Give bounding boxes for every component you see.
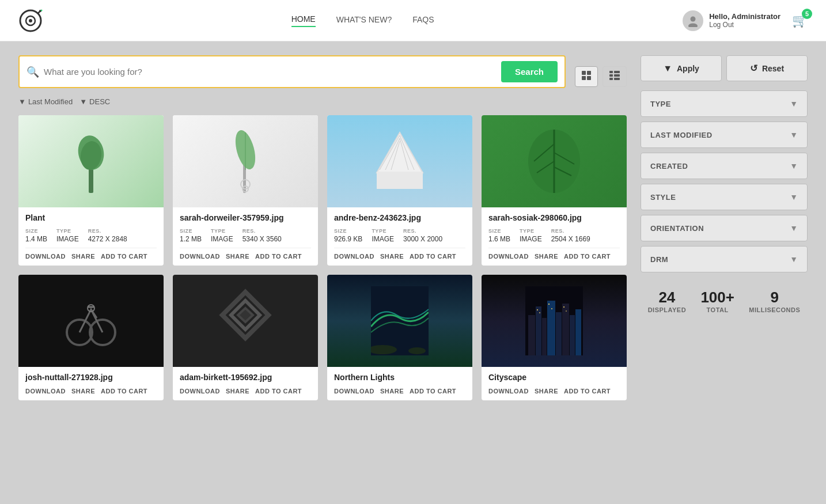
apply-label: Apply xyxy=(677,64,699,73)
download-link[interactable]: DOWNLOAD xyxy=(334,253,374,260)
res-value: 3000 X 2000 xyxy=(403,235,442,243)
add-to-cart-link[interactable]: ADD TO CART xyxy=(564,253,611,260)
asset-info: josh-nuttall-271928.jpg DOWNLOAD SHARE A… xyxy=(18,367,164,400)
filter-top: ▼ Apply ↺ Reset xyxy=(641,55,808,81)
asset-card[interactable]: Cityscape DOWNLOAD SHARE ADD TO CART xyxy=(482,275,627,400)
reset-label: Reset xyxy=(762,64,784,73)
svg-point-48 xyxy=(408,347,426,354)
asset-info: Cityscape DOWNLOAD SHARE ADD TO CART xyxy=(482,367,627,400)
svg-rect-8 xyxy=(582,71,586,75)
filter-style[interactable]: STYLE ▼ xyxy=(641,184,808,210)
asset-thumbnail xyxy=(327,275,472,367)
meta-type: TYPE IMAGE xyxy=(520,228,542,243)
add-to-cart-link[interactable]: ADD TO CART xyxy=(410,388,456,395)
share-link[interactable]: SHARE xyxy=(380,253,404,260)
asset-card[interactable]: sarah-dorweiler-357959.jpg SIZE 1.2 MB T… xyxy=(173,115,318,266)
size-value: 926.9 KB xyxy=(334,235,362,243)
nav-item-whats-new[interactable]: WHAT'S NEW? xyxy=(336,15,392,26)
meta-size: SIZE 926.9 KB xyxy=(334,228,362,243)
download-link[interactable]: DOWNLOAD xyxy=(180,388,220,395)
nav-item-faqs[interactable]: FAQS xyxy=(412,15,434,26)
add-to-cart-link[interactable]: ADD TO CART xyxy=(101,253,147,260)
svg-rect-50 xyxy=(528,315,535,355)
cart-button[interactable]: 🛒 5 xyxy=(792,13,808,28)
user-info: Hello, Administrator Log Out xyxy=(683,10,780,31)
sort-field[interactable]: ▼ Last Modified xyxy=(18,97,73,106)
logo-icon xyxy=(18,9,43,33)
sort-order[interactable]: ▼ DESC xyxy=(79,97,110,106)
asset-card[interactable]: josh-nuttall-271928.jpg DOWNLOAD SHARE A… xyxy=(18,275,164,400)
filter-orientation[interactable]: ORIENTATION ▼ xyxy=(641,215,808,241)
search-button[interactable]: Search xyxy=(501,61,558,82)
add-to-cart-link[interactable]: ADD TO CART xyxy=(255,388,302,395)
asset-card[interactable]: sarah-sosiak-298060.jpg SIZE 1.6 MB TYPE… xyxy=(482,115,627,266)
filter-sidebar: ▼ Apply ↺ Reset TYPE ▼ LAST MODIFIED ▼ C… xyxy=(641,55,808,400)
asset-thumbnail xyxy=(18,275,164,367)
type-label: TYPE xyxy=(211,228,233,234)
asset-name: andre-benz-243623.jpg xyxy=(334,213,465,222)
add-to-cart-link[interactable]: ADD TO CART xyxy=(101,388,147,395)
size-label: SIZE xyxy=(180,228,202,234)
filter-type[interactable]: TYPE ▼ xyxy=(641,90,808,117)
download-link[interactable]: DOWNLOAD xyxy=(488,253,529,260)
download-link[interactable]: DOWNLOAD xyxy=(334,388,374,395)
res-value: 5340 X 3560 xyxy=(243,235,282,243)
main-nav: HOME WHAT'S NEW? FAQS xyxy=(291,14,434,27)
add-to-cart-link[interactable]: ADD TO CART xyxy=(255,253,302,260)
list-view-button[interactable] xyxy=(603,66,627,87)
asset-actions: DOWNLOAD SHARE ADD TO CART xyxy=(180,248,311,260)
asset-card[interactable]: adam-birkett-195692.jpg DOWNLOAD SHARE A… xyxy=(173,275,318,400)
asset-actions: DOWNLOAD SHARE ADD TO CART xyxy=(488,388,620,395)
svg-marker-45 xyxy=(238,308,253,322)
res-label: RES. xyxy=(403,228,442,234)
share-link[interactable]: SHARE xyxy=(71,253,95,260)
filter-created[interactable]: CREATED ▼ xyxy=(641,153,808,179)
share-link[interactable]: SHARE xyxy=(226,253,249,260)
type-value: IMAGE xyxy=(372,235,394,243)
search-icon: 🔍 xyxy=(26,66,39,78)
search-row: 🔍 Search xyxy=(18,55,627,97)
apply-button[interactable]: ▼ Apply xyxy=(641,55,722,81)
sort-arrow-order: ▼ xyxy=(79,97,87,106)
filter-icon: ▼ xyxy=(663,63,672,74)
svg-point-6 xyxy=(691,16,696,21)
size-value: 1.2 MB xyxy=(180,235,202,243)
filter-last-modified[interactable]: LAST MODIFIED ▼ xyxy=(641,122,808,148)
share-link[interactable]: SHARE xyxy=(226,388,249,395)
asset-card[interactable]: Plant SIZE 1.4 MB TYPE IMAGE RES. 4272 X xyxy=(18,115,164,266)
share-link[interactable]: SHARE xyxy=(71,388,95,395)
add-to-cart-link[interactable]: ADD TO CART xyxy=(410,253,456,260)
filter-drm-chevron: ▼ xyxy=(790,255,798,264)
svg-rect-14 xyxy=(609,74,613,77)
share-link[interactable]: SHARE xyxy=(380,388,404,395)
logout-link[interactable]: Log Out xyxy=(709,21,780,29)
share-link[interactable]: SHARE xyxy=(535,388,558,395)
filter-drm[interactable]: DRM ▼ xyxy=(641,246,808,272)
asset-card[interactable]: andre-benz-243623.jpg SIZE 926.9 KB TYPE… xyxy=(327,115,472,266)
share-link[interactable]: SHARE xyxy=(535,253,558,260)
filter-orientation-chevron: ▼ xyxy=(790,223,798,233)
grid-view-button[interactable] xyxy=(575,66,598,87)
download-link[interactable]: DOWNLOAD xyxy=(180,253,220,260)
asset-name: sarah-sosiak-298060.jpg xyxy=(488,213,620,222)
reset-button[interactable]: ↺ Reset xyxy=(726,55,808,81)
stat-displayed: 24 DISPLAYED xyxy=(648,289,686,313)
nav-item-home[interactable]: HOME xyxy=(291,14,316,27)
stat-total: 100+ TOTAL xyxy=(700,289,734,313)
svg-rect-11 xyxy=(587,76,591,80)
asset-card[interactable]: Northern Lights DOWNLOAD SHARE ADD TO CA… xyxy=(327,275,472,400)
svg-rect-56 xyxy=(570,315,575,355)
size-label: SIZE xyxy=(334,228,362,234)
stat-total-label: TOTAL xyxy=(707,306,729,313)
search-input[interactable] xyxy=(44,67,497,77)
download-link[interactable]: DOWNLOAD xyxy=(25,253,66,260)
stats-row: 24 DISPLAYED 100+ TOTAL 9 MILLISECONDS xyxy=(641,282,808,320)
svg-rect-59 xyxy=(539,312,540,313)
svg-rect-13 xyxy=(614,71,620,73)
svg-rect-58 xyxy=(537,309,538,310)
reset-icon: ↺ xyxy=(750,63,757,74)
size-label: SIZE xyxy=(25,228,47,234)
download-link[interactable]: DOWNLOAD xyxy=(25,388,66,395)
add-to-cart-link[interactable]: ADD TO CART xyxy=(564,388,611,395)
download-link[interactable]: DOWNLOAD xyxy=(488,388,529,395)
